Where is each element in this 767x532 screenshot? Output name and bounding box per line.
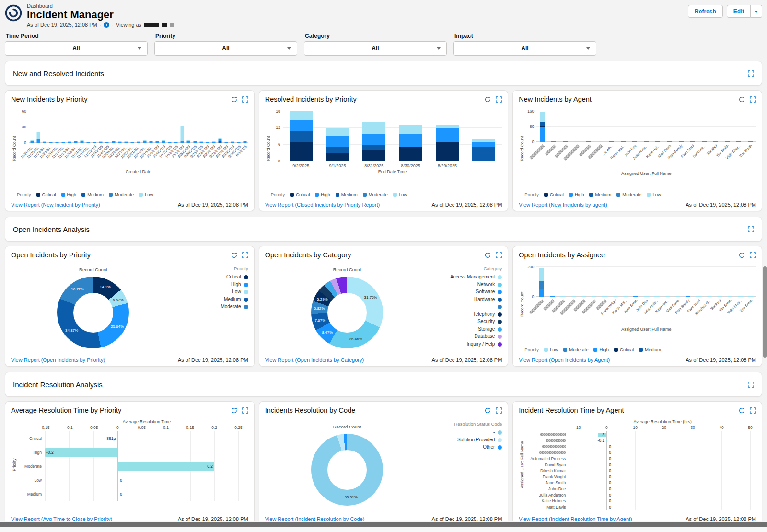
filter-label: Priority [155, 33, 297, 39]
panel-title: Resolved Incidents by Priority [265, 95, 357, 103]
view-report-link[interactable]: View Report (Open Incidents by Agent) [519, 357, 610, 363]
dashboard-page: Dashboard Incident Manager As of Dec 19,… [0, 0, 767, 526]
chart-open-incidents-by-priority: Record Count14.1%6.67%25.64%34.87%18.72%… [11, 263, 248, 352]
refresh-icon[interactable] [231, 252, 237, 258]
refresh-icon[interactable] [485, 252, 491, 258]
panel-as-of: As of Dec 19, 2025, 12:08 PM [178, 357, 248, 363]
refresh-icon[interactable] [485, 96, 491, 103]
chart-open-incidents-by-category: Record Count31.75%26.46%8.47%7.67%5.82%5… [265, 263, 502, 352]
panel-as-of: As of Dec 19, 2025, 12:08 PM [178, 202, 248, 208]
panel-title: Average Resolution Time by Priority [11, 406, 121, 414]
viewing-as-label: Viewing as [116, 22, 141, 28]
panel-resolved-incidents-by-priority: Resolved Incidents by Priority Record Co… [259, 90, 509, 211]
dot-separator: · [112, 22, 114, 28]
expand-icon[interactable] [242, 252, 248, 258]
filter-label: Impact [454, 33, 596, 39]
chart-resolved-incidents-by-priority: Record Count0612189/2/20259/1/20258/31/2… [265, 107, 502, 197]
expand-icon[interactable] [496, 96, 502, 103]
panel-title: New Incidents by Agent [519, 95, 592, 103]
refresh-icon[interactable] [485, 407, 491, 414]
expand-icon[interactable] [748, 382, 754, 388]
expand-icon[interactable] [496, 252, 502, 258]
expand-icon[interactable] [748, 70, 754, 77]
section-title: Open Incidents Analysis [13, 225, 90, 233]
panel-as-of: As of Dec 19, 2025, 12:08 PM [432, 357, 502, 363]
panel-title: New Incidents by Priority [11, 95, 88, 103]
chart-new-incidents-by-agent: Record Count080160...k Wh...Harsh Mal...… [519, 107, 756, 197]
expand-icon[interactable] [750, 407, 756, 414]
chart-incident-resolution-time-by-agent: Assigned User: Full NameAverage Resoluti… [519, 418, 756, 511]
redacted-user-name [170, 23, 174, 27]
view-report-link[interactable]: View Report (Closed Incidents by Priorit… [265, 202, 380, 208]
chart-incidents-resolution-by-code: Record Count95.51%Resolution Status Code… [265, 418, 502, 511]
expand-icon[interactable] [242, 407, 248, 414]
panel-title: Open Incidents by Priority [11, 251, 91, 259]
section-new-resolved-incidents: New and Resolved Incidents [5, 61, 762, 86]
expand-icon[interactable] [750, 96, 756, 103]
view-report-link[interactable]: View Report (Open Incidents by Priority) [11, 357, 105, 363]
panel-as-of: As of Dec 19, 2025, 12:08 PM [686, 202, 756, 208]
panel-incidents-resolution-by-code: Incidents Resolution by Code Record Coun… [259, 401, 509, 526]
panel-avg-resolution-time-by-priority: Average Resolution Time by Priority Prio… [5, 401, 255, 526]
view-report-link[interactable]: View Report (Open Incidents by Category) [265, 357, 364, 363]
breadcrumb: Dashboard [27, 3, 174, 9]
as-of-line: As of Dec 19, 2025, 12:08 PM · i · Viewi… [27, 22, 174, 28]
edit-button[interactable]: Edit [727, 5, 751, 18]
category-select[interactable]: All [304, 41, 447, 56]
filter-category: Category All [304, 33, 453, 56]
section-title: New and Resolved Incidents [13, 69, 104, 78]
select-value: All [521, 45, 528, 52]
view-report-link[interactable]: View Report (New Incidents by agent) [519, 202, 607, 208]
expand-icon[interactable] [496, 407, 502, 414]
expand-icon[interactable] [242, 96, 248, 103]
refresh-icon[interactable] [231, 407, 237, 414]
page-title: Incident Manager [27, 9, 174, 21]
info-icon[interactable]: i [104, 22, 109, 28]
chevron-down-icon [138, 47, 141, 50]
section-title: Incident Resolution Analysis [13, 381, 103, 389]
panel-open-incidents-by-priority: Open Incidents by Priority Record Count1… [5, 246, 255, 367]
select-value: All [222, 45, 229, 52]
filter-priority: Priority All [154, 33, 304, 56]
time-period-select[interactable]: All [5, 41, 148, 56]
vertical-scrollbar[interactable] [763, 266, 767, 358]
panel-title: Open Incidents by Assignee [519, 251, 605, 259]
chart-new-incidents-by-priority: Record Count0306011/26/20...11/25/20...1… [11, 107, 248, 197]
priority-select[interactable]: All [154, 41, 297, 56]
more-actions-button[interactable]: ▾ [751, 5, 762, 18]
chart-avg-resolution-time-by-priority: PriorityAverage Resolution TimeCriticalH… [11, 418, 248, 511]
panel-as-of: As of Dec 19, 2025, 12:08 PM [432, 202, 502, 208]
filter-label: Time Period [6, 33, 148, 39]
dot-separator: · [100, 22, 102, 28]
panel-title: Incident Resolution Time by Agent [519, 406, 624, 414]
dashboard-icon [5, 3, 22, 28]
redacted-user-name [144, 23, 159, 27]
section-open-incidents-analysis: Open Incidents Analysis [5, 217, 762, 242]
impact-select[interactable]: All [453, 41, 596, 56]
panel-new-incidents-by-priority: New Incidents by Priority Record Count03… [5, 90, 255, 211]
chart-open-incidents-by-assignee: Record Count0200Frank WrightHarsh Mal...… [519, 263, 756, 352]
refresh-icon[interactable] [231, 96, 237, 103]
chevron-down-icon [287, 47, 291, 50]
panel-as-of: As of Dec 19, 2025, 12:08 PM [686, 357, 756, 363]
redacted-user-name [162, 23, 167, 27]
as-of-text: As of Dec 19, 2025, 12:08 PM [27, 22, 97, 28]
expand-icon[interactable] [748, 226, 754, 232]
refresh-icon[interactable] [739, 407, 745, 414]
panel-open-incidents-by-assignee: Open Incidents by Assignee Record Count0… [512, 246, 762, 367]
expand-icon[interactable] [750, 252, 756, 258]
panel-title: Incidents Resolution by Code [265, 406, 356, 414]
chevron-down-icon [437, 47, 441, 50]
panel-open-incidents-by-category: Open Incidents by Category Record Count3… [259, 246, 509, 367]
select-value: All [72, 45, 80, 52]
view-report-link[interactable]: View Report (New Incident by Priority) [11, 202, 100, 208]
panel-incident-resolution-time-by-agent: Incident Resolution Time by Agent Assign… [512, 401, 762, 526]
section-incident-resolution-analysis: Incident Resolution Analysis [5, 372, 762, 397]
horizontal-scrollbar-thumb[interactable] [0, 522, 767, 527]
filter-impact: Impact All [453, 33, 603, 56]
select-value: All [372, 45, 379, 52]
refresh-button[interactable]: Refresh [688, 5, 723, 18]
refresh-icon[interactable] [739, 96, 745, 103]
filter-label: Category [305, 33, 447, 39]
refresh-icon[interactable] [739, 252, 745, 258]
